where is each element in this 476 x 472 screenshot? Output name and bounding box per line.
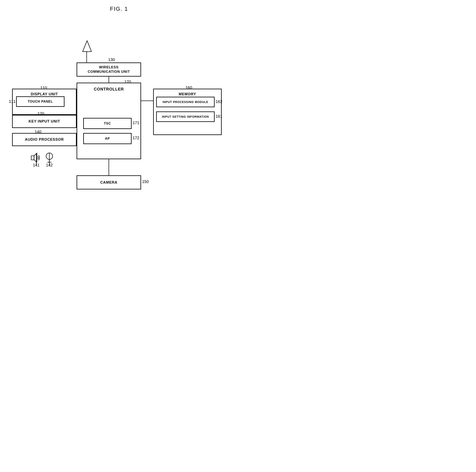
key-input-unit-box: KEY INPUT UNIT (12, 115, 77, 128)
wireless-communication-unit-box: WIRELESS COMMUNICATION UNIT (77, 63, 141, 77)
input-setting-information-box: INPUT SETTING INFORMATION (156, 111, 215, 122)
label-172: 172 (133, 136, 139, 140)
label-142: 142 (46, 163, 52, 168)
label-162: 162 (216, 99, 222, 104)
diagram-container: FIG. 1 WIRELESS COMMUNICATION UNIT (0, 0, 238, 236)
svg-point-13 (46, 153, 52, 159)
svg-marker-12 (34, 153, 37, 162)
label-111: 111 (9, 99, 16, 104)
ap-box: AP (83, 133, 132, 144)
label-161: 161 (216, 114, 222, 119)
label-140: 140 (35, 130, 41, 134)
input-processing-module-box: INPUT PROCESSING MODULE (156, 97, 215, 107)
mic-icon (44, 152, 54, 164)
label-150: 150 (142, 179, 149, 184)
label-141: 141 (33, 163, 39, 168)
label-171: 171 (133, 120, 139, 125)
label-130: 130 (108, 57, 115, 62)
label-170: 170 (124, 80, 131, 84)
camera-box: CAMERA (77, 175, 141, 189)
label-110: 110 (40, 86, 47, 90)
antenna-icon (82, 40, 92, 53)
touch-panel-box: TOUCH PANEL (16, 96, 65, 107)
svg-marker-9 (83, 41, 91, 51)
figure-title: FIG. 1 (0, 0, 238, 12)
svg-rect-11 (31, 156, 34, 160)
audio-processor-box: AUDIO PROCESSOR (12, 133, 77, 146)
tsc-box: TSC (83, 118, 132, 129)
label-160: 160 (186, 85, 192, 90)
label-120: 120 (37, 111, 44, 116)
speaker-icon (31, 152, 42, 164)
